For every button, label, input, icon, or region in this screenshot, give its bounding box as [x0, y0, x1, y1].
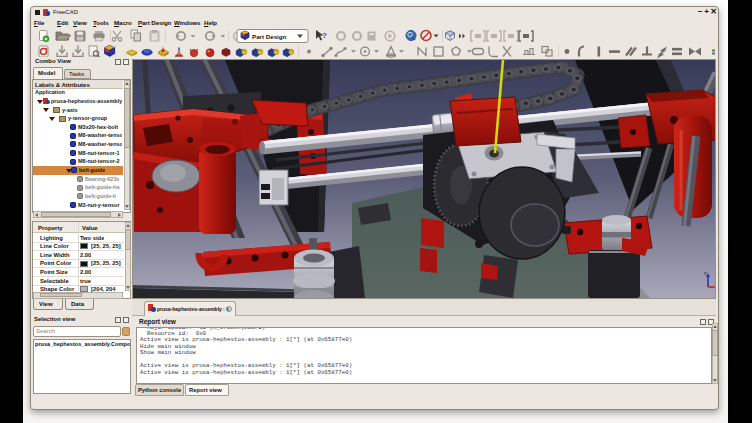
svg-text:Part Design: Part Design — [252, 33, 287, 40]
svg-text:?: ? — [322, 31, 327, 40]
